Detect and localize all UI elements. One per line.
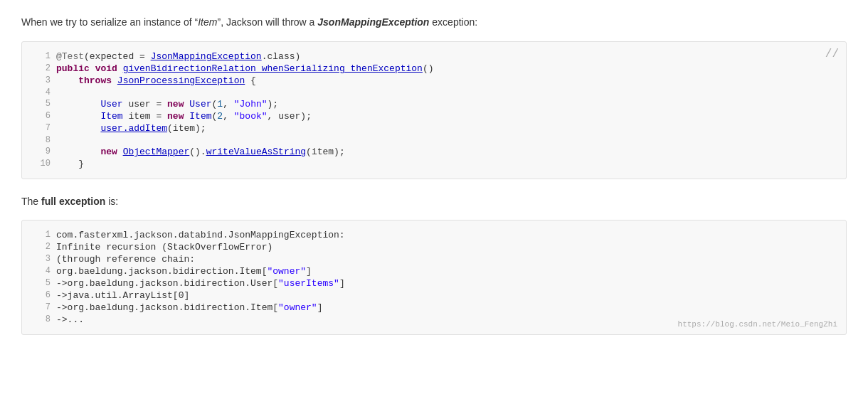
line-number: 10 [33, 158, 53, 170]
line-number: 7 [33, 302, 53, 314]
table-row: 3 throws JsonProcessingException { [33, 75, 835, 87]
line-content: Item item = new Item(2, "book", user); [53, 110, 835, 122]
line-number: 5 [33, 277, 53, 289]
line-number: 7 [33, 122, 53, 134]
table-row: 4org.baeldung.jackson.bidirection.Item["… [33, 265, 835, 277]
number-literal: 2 [217, 111, 223, 122]
plain-text: (item); [167, 123, 206, 134]
class-link: JsonMappingException [151, 51, 262, 62]
class-name: User [189, 99, 211, 110]
keyword: new [100, 147, 117, 157]
plain-text [56, 123, 100, 134]
line-number: 3 [33, 253, 53, 265]
plain-text: (). [189, 147, 206, 157]
code-block-1: // 1@Test(expected = JsonMappingExceptio… [21, 41, 847, 179]
table-row: 10 } [33, 158, 835, 170]
method-link: user.addItem [100, 123, 167, 134]
line-number: 4 [33, 87, 53, 98]
plain-text: (expected = [84, 51, 151, 62]
plain-text [56, 111, 100, 122]
class-name: Item [100, 111, 122, 122]
line-content: ->org.baeldung.jackson.bidirection.User[… [53, 277, 835, 289]
plain-text [56, 75, 78, 86]
line-number: 1 [33, 229, 53, 241]
table-row: 7->org.baeldung.jackson.bidirection.Item… [33, 302, 835, 314]
keyword: public [56, 63, 90, 74]
plain-text [90, 63, 95, 74]
line-content: throws JsonProcessingException { [53, 75, 835, 87]
string-literal: "book" [234, 111, 268, 122]
table-row: 6 Item item = new Item(2, "book", user); [33, 110, 835, 122]
line-content: @Test(expected = JsonMappingException.cl… [53, 51, 835, 63]
class-link: ObjectMapper [123, 147, 190, 157]
line-content: Infinite recursion (StackOverflowError) [53, 241, 835, 253]
table-row: 2public void givenBidirectionRelation_wh… [33, 63, 835, 75]
string-literal: "owner" [278, 302, 317, 313]
table-row: 7 user.addItem(item); [33, 122, 835, 134]
plain-text: () [423, 63, 434, 74]
class-name: Item [189, 111, 211, 122]
line-number: 8 [33, 134, 53, 146]
annotation: @Test [56, 51, 84, 62]
line-content: com.fasterxml.jackson.databind.JsonMappi… [53, 229, 835, 241]
code-block-2: 1com.fasterxml.jackson.databind.JsonMapp… [21, 220, 847, 335]
intro-paragraph: When we try to serialize an instance of … [21, 14, 847, 30]
plain-text: ] [317, 302, 323, 313]
plain-text [117, 63, 123, 74]
plain-text: (item); [306, 147, 345, 157]
plain-text: item = [123, 111, 167, 122]
plain-text [56, 99, 100, 110]
table-row: 2Infinite recursion (StackOverflowError) [33, 241, 835, 253]
keyword: throws [78, 75, 112, 86]
line-number: 3 [33, 75, 53, 87]
table-row: 5->org.baeldung.jackson.bidirection.User… [33, 277, 835, 289]
string-literal: "owner" [267, 266, 306, 277]
line-content: ->java.util.ArrayList[0] [53, 289, 835, 302]
plain-text: ] [306, 266, 312, 277]
plain-text [112, 75, 117, 86]
keyword: void [95, 63, 117, 74]
plain-text: user = [123, 99, 167, 110]
plain-text: , [223, 111, 234, 122]
method-link: givenBidirectionRelation_whenSerializing… [123, 63, 423, 74]
code-table-2: 1com.fasterxml.jackson.databind.JsonMapp… [33, 229, 835, 326]
line-content: org.baeldung.jackson.bidirection.Item["o… [53, 265, 835, 277]
plain-text: { [245, 75, 256, 86]
line-number: 5 [33, 98, 53, 110]
line-content [53, 134, 835, 146]
plain-text: , [223, 99, 234, 110]
line-number: 2 [33, 241, 53, 253]
line-number: 1 [33, 51, 53, 63]
line-number: 6 [33, 110, 53, 122]
line-content: new ObjectMapper().writeValueAsString(it… [53, 146, 835, 158]
plain-text [56, 147, 100, 157]
line-number: 8 [33, 314, 53, 326]
string-literal: "userItems" [278, 278, 339, 289]
plain-text: ); [268, 99, 279, 110]
line-content: } [53, 158, 835, 170]
keyword: new [167, 99, 184, 110]
table-row: 5 User user = new User(1, "John"); [33, 98, 835, 110]
table-row: 1com.fasterxml.jackson.databind.JsonMapp… [33, 229, 835, 241]
table-row: 1@Test(expected = JsonMappingException.c… [33, 51, 835, 63]
line-number: 9 [33, 146, 53, 158]
table-row: 8 [33, 134, 835, 146]
line-content [53, 87, 835, 98]
plain-text: , user); [268, 111, 312, 122]
line-number: 6 [33, 289, 53, 302]
copy-icon[interactable]: // [825, 48, 839, 60]
watermark: https://blog.csdn.net/Meio_FengZhi [678, 320, 837, 329]
section-label: The full exception is: [21, 193, 847, 209]
table-row: 4 [33, 87, 835, 98]
string-literal: "John" [234, 99, 268, 110]
method-link: writeValueAsString [206, 147, 306, 157]
line-content: (through reference chain: [53, 253, 835, 265]
line-content: user.addItem(item); [53, 122, 835, 134]
class-link: JsonProcessingException [117, 75, 245, 86]
plain-text: } [56, 159, 84, 169]
line-number: 2 [33, 63, 53, 75]
class-name: User [100, 99, 122, 110]
line-content: ->org.baeldung.jackson.bidirection.Item[… [53, 302, 835, 314]
table-row: 6->java.util.ArrayList[0] [33, 289, 835, 302]
keyword: new [167, 111, 184, 122]
